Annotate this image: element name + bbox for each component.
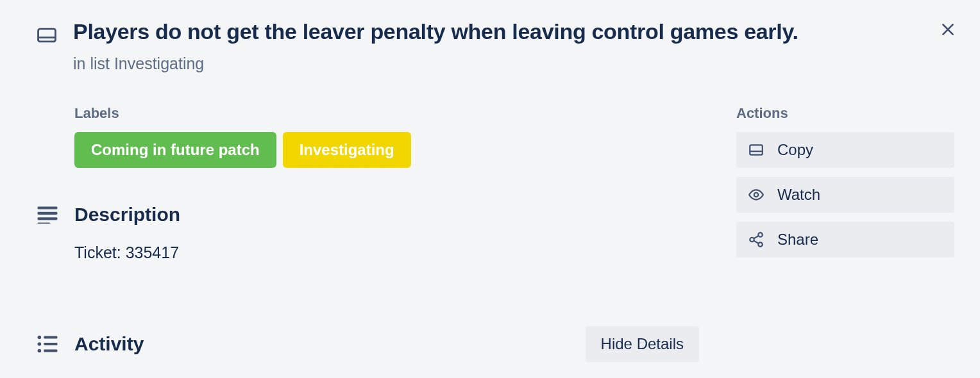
close-button[interactable] [936, 18, 959, 41]
description-body[interactable]: Ticket: 335417 [74, 243, 705, 262]
activity-icon [36, 335, 59, 353]
activity-section: Activity Hide Details [36, 326, 705, 362]
activity-heading: Activity [74, 333, 144, 355]
watch-label: Watch [777, 186, 820, 204]
svg-rect-14 [750, 145, 763, 154]
svg-line-21 [754, 240, 758, 243]
share-icon [748, 231, 765, 248]
svg-rect-9 [44, 336, 57, 338]
svg-rect-5 [38, 211, 58, 214]
description-icon [36, 206, 59, 224]
label-chip-investigating[interactable]: Investigating [283, 132, 411, 168]
card-header: Players do not get the leaver penalty wh… [36, 18, 954, 73]
svg-rect-6 [38, 217, 58, 220]
svg-point-10 [38, 342, 42, 346]
list-name[interactable]: Investigating [114, 54, 204, 72]
svg-rect-11 [44, 342, 57, 345]
actions-heading: Actions [736, 105, 954, 122]
labels-row: Coming in future patch Investigating [74, 132, 705, 168]
copy-label: Copy [777, 141, 813, 159]
label-chip-future-patch[interactable]: Coming in future patch [74, 132, 276, 168]
svg-point-16 [754, 192, 759, 197]
share-button[interactable]: Share [736, 222, 954, 258]
description-heading: Description [74, 204, 180, 226]
svg-rect-4 [38, 206, 58, 209]
card-list-location[interactable]: in list Investigating [73, 54, 903, 73]
close-icon [940, 21, 956, 38]
actions-column: Actions Copy Watch Share [736, 105, 954, 362]
svg-rect-7 [38, 222, 51, 223]
card-title[interactable]: Players do not get the leaver penalty wh… [73, 18, 903, 45]
svg-point-18 [750, 237, 754, 242]
list-prefix: in list [73, 54, 114, 72]
copy-button[interactable]: Copy [736, 132, 954, 168]
share-label: Share [777, 231, 818, 249]
svg-point-12 [38, 349, 42, 352]
main-column: Labels Coming in future patch Investigat… [36, 105, 705, 362]
watch-button[interactable]: Watch [736, 177, 954, 213]
card-icon [36, 24, 58, 49]
labels-heading: Labels [74, 105, 705, 122]
description-section: Description [36, 204, 705, 226]
eye-icon [748, 186, 765, 203]
svg-point-17 [758, 233, 763, 237]
svg-line-20 [754, 236, 758, 238]
svg-point-8 [38, 335, 42, 339]
svg-rect-2 [38, 29, 56, 42]
hide-details-button[interactable]: Hide Details [586, 326, 699, 362]
card-copy-icon [748, 142, 765, 158]
svg-point-19 [758, 242, 763, 247]
svg-rect-13 [44, 349, 57, 352]
